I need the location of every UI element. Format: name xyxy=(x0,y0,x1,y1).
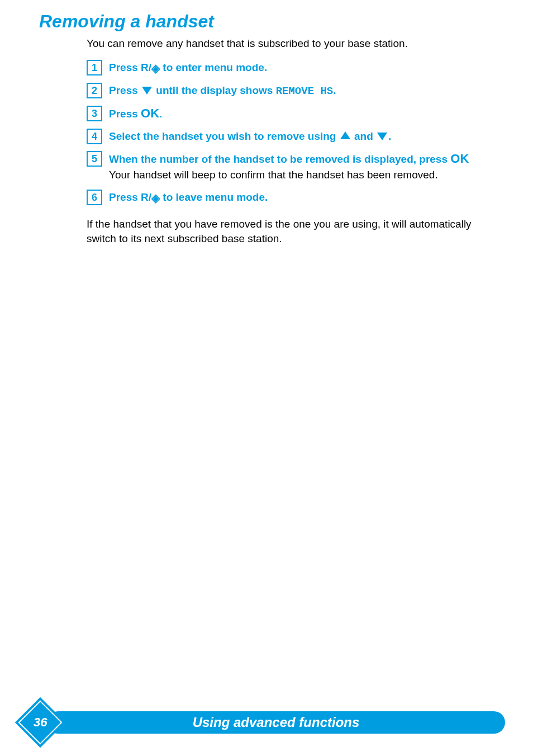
step-suffix: . xyxy=(159,108,162,120)
steps-list: 1 Press R/◈ to enter menu mode. 2 Press … xyxy=(87,60,494,206)
display-text: REMOVE HS xyxy=(276,85,334,97)
step-5: 5 When the number of the handset to be r… xyxy=(87,151,494,183)
step-mid: until the display shows xyxy=(153,84,276,96)
step-text: When the number of the handset to be rem… xyxy=(109,151,469,183)
intro-text: You can remove any handset that is subsc… xyxy=(87,37,494,50)
main-title: Removing a handset xyxy=(39,11,494,32)
step-2: 2 Press until the display shows REMOVE H… xyxy=(87,83,494,99)
step-number: 5 xyxy=(87,151,102,167)
closing-text: If the handset that you have removed is … xyxy=(87,217,494,245)
r-key-label: R/ xyxy=(141,191,151,203)
triangle-down-icon xyxy=(142,87,152,94)
step-number: 6 xyxy=(87,190,102,205)
menu-diamond-icon: ◈ xyxy=(151,60,160,76)
step-prefix: Press xyxy=(109,191,141,203)
menu-diamond-icon: ◈ xyxy=(151,190,160,206)
step-number: 2 xyxy=(87,83,102,98)
step-prefix: Press xyxy=(109,84,141,96)
step-text: Press R/◈ to leave menu mode. xyxy=(109,190,268,206)
step-prefix: Press xyxy=(109,62,141,73)
step-prefix: When the number of the handset to be rem… xyxy=(109,153,450,165)
step-number: 4 xyxy=(87,129,102,144)
footer-bar: Using advanced functions xyxy=(47,711,505,734)
step-prefix: Press xyxy=(109,108,141,120)
step-suffix: to enter menu mode. xyxy=(160,62,267,73)
r-key-label: R/ xyxy=(141,62,151,73)
step-text: Press OK. xyxy=(109,106,162,122)
step-3: 3 Press OK. xyxy=(87,106,494,122)
step-suffix: . xyxy=(388,130,391,142)
page-number-badge: 36 xyxy=(15,697,66,748)
footer-label: Using advanced functions xyxy=(193,715,360,730)
step-mid: and xyxy=(351,130,376,142)
step-text: Select the handset you wish to remove us… xyxy=(109,129,391,144)
page-footer: 36 Using advanced functions xyxy=(0,705,533,740)
step-number: 1 xyxy=(87,60,102,75)
step-1: 1 Press R/◈ to enter menu mode. xyxy=(87,60,494,76)
step-6: 6 Press R/◈ to leave menu mode. xyxy=(87,190,494,206)
triangle-up-icon xyxy=(340,131,350,139)
triangle-down-icon xyxy=(377,133,387,140)
ok-key-label: OK xyxy=(141,106,159,120)
step-suffix: . xyxy=(333,84,336,96)
page-number: 36 xyxy=(34,715,47,730)
step-4: 4 Select the handset you wish to remove … xyxy=(87,129,494,144)
step-extra: Your handset will beep to confirm that t… xyxy=(109,169,438,181)
step-number: 3 xyxy=(87,106,102,121)
step-text: Press R/◈ to enter menu mode. xyxy=(109,60,267,76)
step-suffix: to leave menu mode. xyxy=(160,191,268,203)
step-text: Press until the display shows REMOVE HS. xyxy=(109,83,336,99)
ok-key-label: OK xyxy=(450,152,469,166)
step-prefix: Select the handset you wish to remove us… xyxy=(109,130,339,142)
